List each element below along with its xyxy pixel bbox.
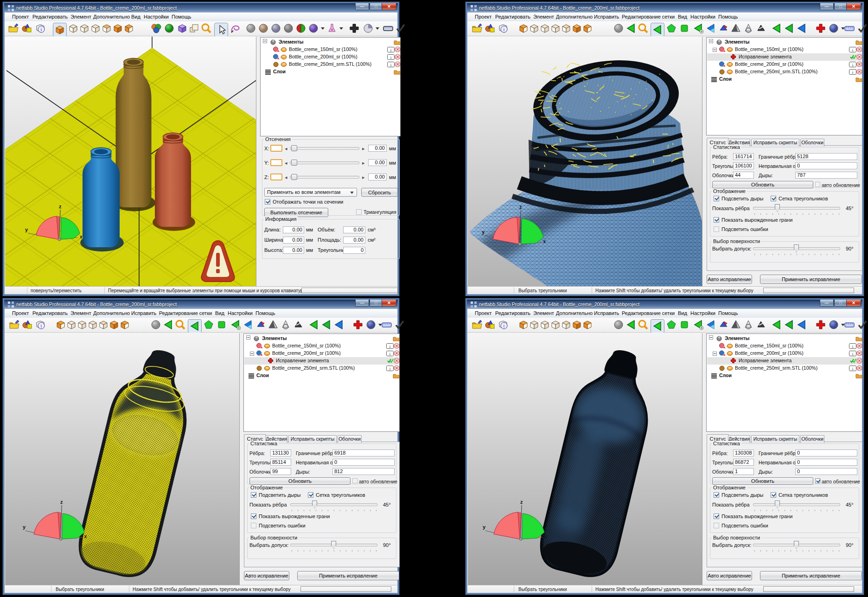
svg-text:x: x xyxy=(543,239,546,244)
svg-text:x: x xyxy=(80,234,83,239)
svg-text:z: z xyxy=(519,204,522,210)
svg-text:i: i xyxy=(504,27,505,32)
svg-text:i: i xyxy=(41,27,42,32)
svg-text:y: y xyxy=(483,524,486,530)
svg-text:y: y xyxy=(482,229,485,235)
svg-text:y: y xyxy=(23,524,26,530)
svg-text:z: z xyxy=(60,499,63,505)
svg-text:i: i xyxy=(41,323,42,328)
svg-text:y: y xyxy=(25,227,28,232)
svg-text:x: x xyxy=(84,534,87,539)
svg-text:z: z xyxy=(59,204,62,209)
svg-text:i: i xyxy=(504,323,505,328)
svg-text:z: z xyxy=(520,499,523,505)
svg-text:x: x xyxy=(544,534,547,539)
